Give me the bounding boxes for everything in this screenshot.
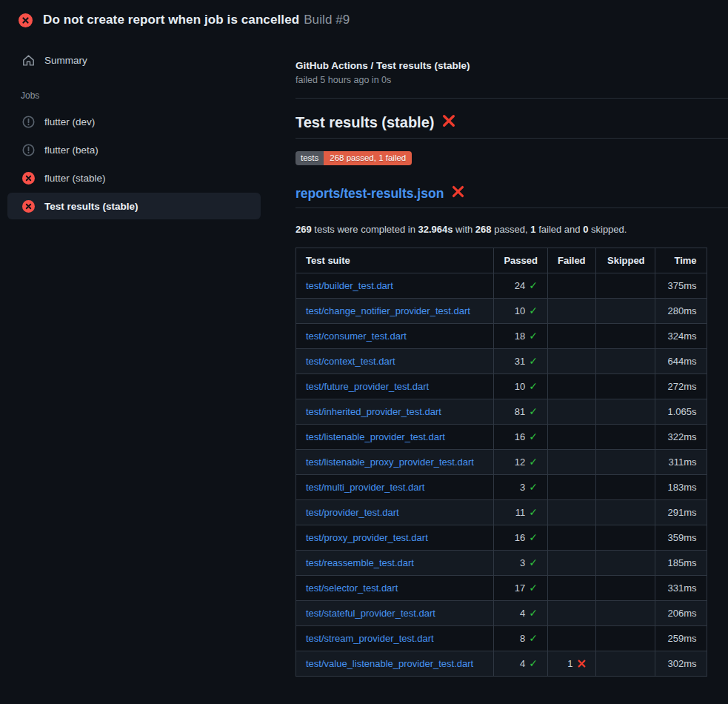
check-run-header: Do not create report when job is cancell…	[0, 0, 728, 37]
skipped-cell	[595, 551, 655, 576]
passed-cell: 11✓	[494, 500, 548, 525]
sidebar: Summary Jobs flutter (dev) flutter (beta…	[0, 37, 295, 221]
header-test-suite: Test suite	[296, 248, 494, 273]
test-suite-cell: test/listenable_proxy_provider_test.dart	[296, 450, 494, 475]
passed-cell: 17✓	[494, 576, 548, 601]
test-suite-link[interactable]: test/provider_test.dart	[306, 507, 399, 518]
sidebar-item-summary[interactable]: Summary	[22, 52, 295, 68]
table-row: test/listenable_proxy_provider_test.dart…	[296, 450, 707, 475]
skipped-cell	[595, 399, 655, 425]
test-suite-link[interactable]: test/listenable_provider_test.dart	[306, 431, 445, 442]
check-icon: ✓	[529, 431, 538, 442]
time-cell: 291ms	[655, 500, 707, 525]
test-suite-cell: test/consumer_test.dart	[296, 324, 494, 349]
failed-cell	[548, 450, 596, 475]
test-suite-link[interactable]: test/value_listenable_provider_test.dart	[306, 658, 473, 669]
check-icon: ✓	[529, 506, 538, 518]
passed-cell: 16✓	[494, 425, 548, 450]
x-mark-icon	[578, 660, 586, 668]
test-suite-cell: test/value_listenable_provider_test.dart	[296, 651, 494, 677]
test-suite-link[interactable]: test/reassemble_test.dart	[306, 557, 414, 568]
x-mark-icon	[442, 114, 455, 131]
breadcrumb: GitHub Actions / Test results (stable)	[295, 60, 728, 71]
test-suite-link[interactable]: test/listenable_proxy_provider_test.dart	[306, 456, 474, 468]
test-suite-cell: test/inherited_provider_test.dart	[296, 399, 494, 425]
check-icon: ✓	[529, 557, 538, 568]
failed-cell	[548, 273, 596, 299]
test-suite-cell: test/context_test.dart	[296, 349, 494, 374]
test-suite-cell: test/reassemble_test.dart	[296, 551, 494, 576]
total-time: 32.964s	[418, 224, 453, 235]
tests-status-badge: tests 268 passed, 1 failed	[295, 151, 412, 165]
x-mark-icon	[452, 185, 464, 202]
page-title: Do not create report when job is cancell…	[43, 13, 350, 27]
test-suite-cell: test/proxy_provider_test.dart	[296, 525, 494, 551]
test-suite-cell: test/stream_provider_test.dart	[296, 626, 494, 651]
skipped-cell	[595, 626, 655, 651]
sidebar-job-item[interactable]: Test results (stable)	[7, 193, 261, 219]
failed-cell	[548, 626, 596, 651]
failed-cell	[548, 299, 596, 324]
table-row: test/proxy_provider_test.dart16✓359ms	[296, 525, 707, 551]
check-icon: ✓	[529, 405, 538, 417]
test-suite-link[interactable]: test/selector_test.dart	[306, 582, 398, 594]
test-suite-link[interactable]: test/change_notifier_provider_test.dart	[306, 305, 470, 316]
skipped-cell	[595, 500, 655, 525]
header-skipped: Skipped	[595, 248, 655, 273]
failed-cell	[548, 425, 596, 450]
job-label: flutter (dev)	[44, 116, 95, 127]
time-cell: 359ms	[655, 525, 707, 551]
time-cell: 331ms	[655, 576, 707, 601]
test-suite-link[interactable]: test/context_test.dart	[306, 356, 395, 367]
skipped-cell	[595, 425, 655, 450]
jobs-list: flutter (dev) flutter (beta) flutter (st…	[0, 108, 295, 219]
check-icon: ✓	[529, 355, 538, 367]
skipped-cell	[595, 299, 655, 324]
table-row: test/future_provider_test.dart10✓272ms	[296, 374, 707, 399]
time-cell: 206ms	[655, 601, 707, 626]
test-suite-link[interactable]: test/stream_provider_test.dart	[306, 633, 434, 644]
sidebar-job-item[interactable]: flutter (dev)	[7, 108, 261, 135]
skipped-cell	[595, 374, 655, 399]
sidebar-summary-label: Summary	[44, 55, 87, 66]
skipped-cell	[595, 324, 655, 349]
table-row: test/multi_provider_test.dart3✓183ms	[296, 475, 707, 500]
check-icon: ✓	[529, 305, 538, 316]
passed-cell: 12✓	[494, 450, 548, 475]
total-count: 269	[295, 224, 312, 235]
jobs-section-label: Jobs	[21, 90, 295, 101]
test-suite-link[interactable]: test/stateful_provider_test.dart	[306, 608, 435, 619]
sidebar-job-item[interactable]: flutter (beta)	[7, 136, 261, 163]
check-icon: ✓	[529, 380, 538, 392]
test-suite-link[interactable]: test/inherited_provider_test.dart	[306, 406, 441, 417]
check-icon: ✓	[529, 531, 538, 543]
tests-summary-line: 269 tests were completed in 32.964s with…	[295, 224, 728, 235]
table-row: test/selector_test.dart17✓331ms	[296, 576, 707, 601]
header-failed: Failed	[548, 248, 596, 273]
passed-cell: 10✓	[494, 299, 548, 324]
cancelled-circle-icon	[22, 144, 35, 156]
sidebar-job-item[interactable]: flutter (stable)	[7, 165, 261, 191]
passed-cell: 3✓	[494, 551, 548, 576]
table-row: test/value_listenable_provider_test.dart…	[296, 651, 707, 677]
test-suite-link[interactable]: test/future_provider_test.dart	[306, 381, 429, 392]
skipped-cell	[595, 601, 655, 626]
table-row: test/reassemble_test.dart3✓185ms	[296, 551, 707, 576]
time-cell: 185ms	[655, 551, 707, 576]
test-suite-link[interactable]: test/consumer_test.dart	[306, 331, 407, 342]
test-suite-cell: test/listenable_provider_test.dart	[296, 425, 494, 450]
test-suite-link[interactable]: test/builder_test.dart	[306, 280, 393, 291]
failed-cell	[548, 349, 596, 374]
report-file-heading: reports/test-results.json	[295, 185, 728, 208]
failed-cell	[548, 601, 596, 626]
table-row: test/context_test.dart31✓644ms	[296, 349, 707, 374]
test-suite-link[interactable]: test/multi_provider_test.dart	[306, 482, 424, 493]
time-cell: 644ms	[655, 349, 707, 374]
report-file-link[interactable]: reports/test-results.json	[295, 186, 444, 202]
time-cell: 324ms	[655, 324, 707, 349]
test-suite-link[interactable]: test/proxy_provider_test.dart	[306, 532, 428, 543]
check-title-heading: Test results (stable)	[295, 114, 728, 139]
table-row: test/provider_test.dart11✓291ms	[296, 500, 707, 525]
failed-cell	[548, 576, 596, 601]
skipped-cell	[595, 525, 655, 551]
